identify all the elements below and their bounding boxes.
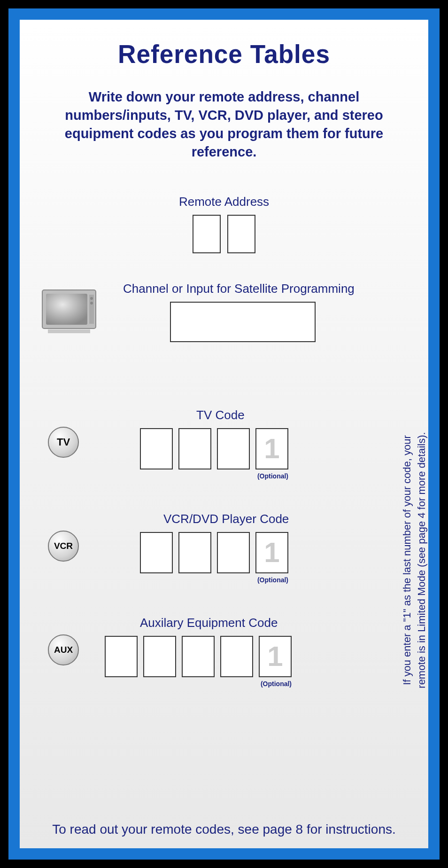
tv-button: TV [48,427,79,458]
page-subtitle: Write down your remote address, channel … [46,88,402,162]
vcr-code-content: VCR/DVD Player Code 1 (Optional) [79,512,414,573]
aux-code-box-4[interactable] [220,636,253,677]
vcr-code-box-2[interactable] [178,532,211,573]
aux-code-boxes: 1 (Optional) [105,636,414,677]
tv-code-boxes: 1 (Optional) [140,428,414,469]
channel-input-box[interactable] [170,302,316,342]
aux-code-box-2[interactable] [143,636,176,677]
vcr-code-box-optional[interactable]: 1 (Optional) [255,532,288,573]
tv-optional-digit: 1 [264,432,279,465]
channel-row: Channel or Input for Satellite Programmi… [34,282,414,342]
channel-label: Channel or Input for Satellite Programmi… [123,282,414,296]
tv-code-content: TV Code 1 (Optional) [79,408,414,469]
vcr-code-label: VCR/DVD Player Code [163,512,414,526]
svg-point-3 [90,297,93,300]
remote-address-box-2[interactable] [227,215,255,253]
vcr-code-box-3[interactable] [217,532,250,573]
footer-note: To read out your remote codes, see page … [20,822,428,837]
channel-content: Channel or Input for Satellite Programmi… [104,282,414,342]
svg-point-4 [90,302,93,305]
aux-code-box-3[interactable] [182,636,215,677]
vcr-code-row: VCR VCR/DVD Player Code 1 (Optional) [34,512,414,573]
content-panel: Reference Tables Write down your remote … [20,20,428,848]
vcr-code-boxes: 1 (Optional) [140,532,414,573]
remote-address-boxes [34,215,414,253]
vcr-optional-digit: 1 [264,536,279,569]
aux-button: AUX [48,634,79,665]
aux-optional-digit: 1 [267,640,283,673]
tv-code-box-1[interactable] [140,428,173,469]
tv-code-box-optional[interactable]: 1 (Optional) [255,428,288,469]
vcr-code-box-1[interactable] [140,532,173,573]
remote-address-box-1[interactable] [193,215,221,253]
tv-code-label: TV Code [196,408,414,422]
tv-icon [39,286,104,340]
tv-optional-label: (Optional) [256,472,289,480]
remote-address-label: Remote Address [34,195,414,209]
aux-code-content: Auxilary Equipment Code 1 (Optional) [79,616,414,677]
tv-code-row: TV TV Code 1 (Optional) [34,408,414,469]
vcr-optional-label: (Optional) [256,576,289,584]
aux-optional-label: (Optional) [260,680,293,688]
svg-rect-5 [48,329,90,333]
limited-mode-note: If you enter a "1" as the last number of… [400,429,429,692]
vcr-button: VCR [48,531,79,562]
aux-code-label: Auxilary Equipment Code [140,616,414,630]
svg-rect-1 [46,294,87,325]
tv-code-box-2[interactable] [178,428,211,469]
blue-frame: Reference Tables Write down your remote … [8,8,440,860]
aux-code-box-optional[interactable]: 1 (Optional) [259,636,292,677]
aux-code-box-1[interactable] [105,636,138,677]
outer-frame: Reference Tables Write down your remote … [0,0,448,868]
page-title: Reference Tables [43,39,405,69]
tv-code-box-3[interactable] [217,428,250,469]
aux-code-row: AUX Auxilary Equipment Code 1 (Optional) [34,616,414,677]
